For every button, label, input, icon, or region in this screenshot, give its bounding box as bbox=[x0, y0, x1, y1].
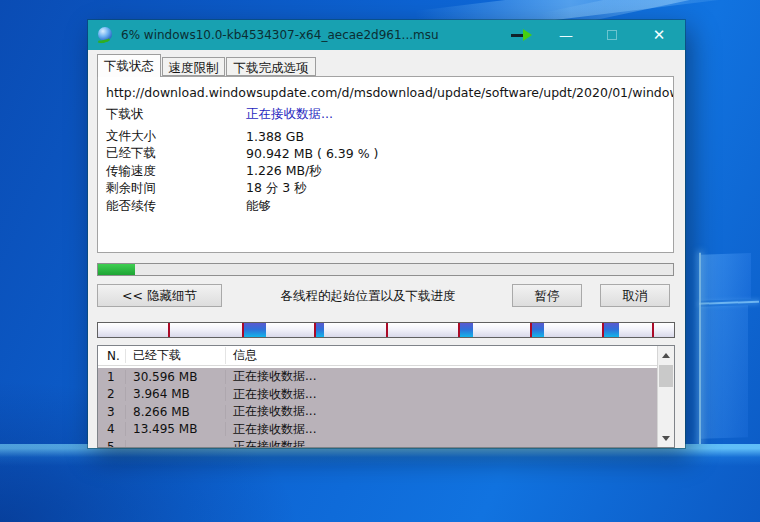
thread-number: 4 bbox=[98, 422, 126, 436]
thread-progress-bar bbox=[97, 322, 675, 338]
field-label: 已经下载 bbox=[106, 145, 246, 162]
thread-info: 正在接收数据... bbox=[226, 368, 657, 385]
table-row[interactable]: 2 3.964 MB 正在接收数据... bbox=[98, 386, 657, 404]
progress-fill bbox=[98, 264, 135, 275]
close-button[interactable]: ✕ bbox=[642, 20, 676, 50]
minimize-button[interactable]: — bbox=[550, 20, 582, 50]
thread-downloaded-block bbox=[244, 323, 266, 337]
tab-on-completion[interactable]: 下载完成选项 bbox=[226, 57, 316, 76]
hide-details-button[interactable]: << 隐藏细节 bbox=[97, 284, 222, 307]
thread-number: 1 bbox=[98, 370, 126, 384]
thread-info: 正在接收数据... bbox=[226, 386, 657, 403]
start-queue-icon[interactable] bbox=[506, 20, 536, 50]
main-progress-bar bbox=[97, 263, 674, 276]
scroll-up-icon[interactable] bbox=[658, 347, 674, 363]
maximize-button[interactable] bbox=[596, 20, 628, 50]
scrollbar-thumb[interactable] bbox=[659, 365, 673, 387]
thread-start-marker bbox=[386, 323, 388, 337]
threads-caption: 各线程的起始位置以及下载进度 bbox=[238, 288, 498, 305]
thread-downloaded: 3.964 MB bbox=[126, 387, 226, 401]
table-row[interactable]: 5 正在接收数据... bbox=[98, 438, 657, 448]
thread-downloaded-block bbox=[460, 323, 473, 337]
field-row: 文件大小 1.388 GB bbox=[106, 128, 673, 146]
pause-button[interactable]: 暂停 bbox=[512, 284, 582, 307]
idm-logo-icon bbox=[96, 27, 113, 44]
downloaded-value: 90.942 MB ( 6.39 % ) bbox=[246, 146, 378, 161]
table-row[interactable]: 4 13.495 MB 正在接收数据... bbox=[98, 421, 657, 439]
column-header-downloaded: 已经下载 bbox=[126, 347, 226, 364]
scroll-down-icon[interactable] bbox=[658, 430, 674, 446]
file-size-value: 1.388 GB bbox=[246, 129, 304, 144]
field-row: 已经下载 90.942 MB ( 6.39 % ) bbox=[106, 145, 673, 163]
speed-value: 1.226 MB/秒 bbox=[246, 163, 322, 180]
field-label: 文件大小 bbox=[106, 128, 246, 145]
desktop: 6% windows10.0-kb4534307-x64_aecae2d961.… bbox=[0, 0, 760, 522]
cancel-button[interactable]: 取消 bbox=[600, 284, 670, 307]
field-row: 能否续传 能够 bbox=[106, 198, 673, 216]
idm-download-window: 6% windows10.0-kb4534307-x64_aecae2d961.… bbox=[88, 20, 685, 448]
resume-capability-value: 能够 bbox=[246, 198, 271, 215]
tab-download-status[interactable]: 下载状态 bbox=[97, 54, 161, 77]
thread-downloaded: 8.266 MB bbox=[126, 405, 226, 419]
wallpaper-windows-logo bbox=[688, 251, 760, 450]
field-row: 剩余时间 18 分 3 秒 bbox=[106, 180, 673, 198]
field-label: 传输速度 bbox=[106, 163, 246, 180]
thread-downloaded: 30.596 MB bbox=[126, 370, 226, 384]
thread-info: 正在接收数据... bbox=[226, 438, 657, 448]
windows-logo-pane bbox=[701, 253, 751, 301]
tab-speed-limit[interactable]: 速度限制 bbox=[162, 57, 225, 76]
window-title: 6% windows10.0-kb4534307-x64_aecae2d961.… bbox=[121, 28, 677, 42]
threads-table[interactable]: N. 已经下载 信息 1 30.596 MB 正在接收数据... 2 3.964… bbox=[97, 345, 675, 448]
download-url: http://download.windowsupdate.com/d/msdo… bbox=[98, 77, 673, 104]
windows-logo-pane bbox=[701, 305, 748, 439]
thread-start-marker bbox=[168, 323, 170, 337]
field-row: 传输速度 1.226 MB/秒 bbox=[106, 163, 673, 181]
field-label: 剩余时间 bbox=[106, 180, 246, 197]
thread-downloaded: 13.495 MB bbox=[126, 422, 226, 436]
thread-info: 正在接收数据... bbox=[226, 421, 657, 438]
field-label: 能否续传 bbox=[106, 198, 246, 215]
column-header-n: N. bbox=[98, 349, 126, 363]
thread-number: 5 bbox=[98, 440, 126, 448]
thread-downloaded-block bbox=[532, 323, 544, 337]
thread-info: 正在接收数据... bbox=[226, 403, 657, 420]
table-header: N. 已经下载 信息 bbox=[98, 346, 657, 366]
windows-logo-edge bbox=[699, 253, 701, 445]
table-scrollbar[interactable] bbox=[657, 346, 674, 447]
download-state-value: 正在接收数据... bbox=[246, 106, 333, 123]
thread-start-marker bbox=[652, 323, 654, 337]
field-label: 下载状 bbox=[106, 106, 246, 123]
arrow-head bbox=[523, 29, 532, 41]
thread-number: 3 bbox=[98, 405, 126, 419]
thread-number: 2 bbox=[98, 387, 126, 401]
table-row[interactable]: 1 30.596 MB 正在接收数据... bbox=[98, 368, 657, 386]
status-fields: 下载状 正在接收数据... 文件大小 1.388 GB 已经下载 90.942 … bbox=[98, 104, 673, 215]
time-left-value: 18 分 3 秒 bbox=[246, 180, 307, 197]
windows-logo-edge bbox=[699, 301, 759, 305]
table-row[interactable]: 3 8.266 MB 正在接收数据... bbox=[98, 403, 657, 421]
thread-downloaded-block bbox=[604, 323, 619, 337]
thread-downloaded-block bbox=[316, 323, 324, 337]
download-status-panel: http://download.windowsupdate.com/d/msdo… bbox=[97, 76, 674, 253]
field-row: 下载状 正在接收数据... bbox=[106, 106, 673, 124]
column-header-info: 信息 bbox=[226, 347, 657, 364]
maximize-icon bbox=[607, 30, 617, 40]
